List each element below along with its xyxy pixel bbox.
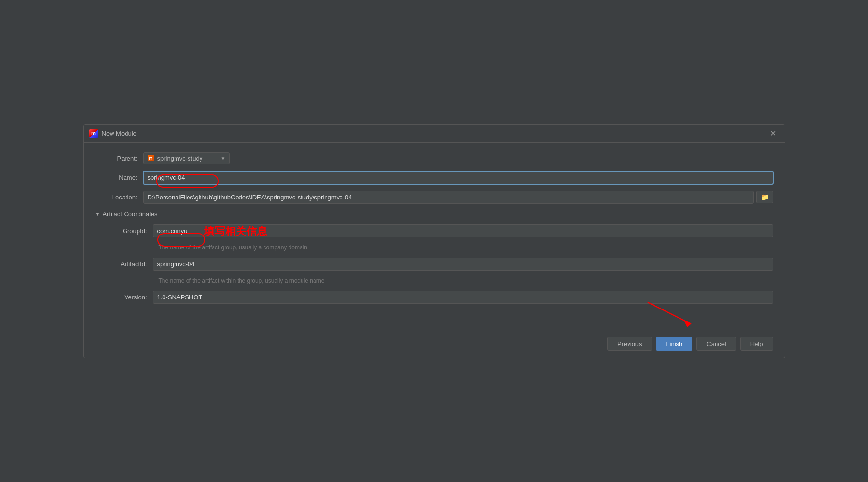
footer: Previous Finish Cancel Help bbox=[84, 330, 785, 358]
name-input[interactable] bbox=[143, 171, 773, 184]
version-input[interactable] bbox=[153, 291, 773, 304]
artifactid-row: ArtifactId: bbox=[105, 258, 773, 271]
groupid-label: GroupId: bbox=[105, 227, 153, 235]
browse-button[interactable]: 📁 bbox=[756, 191, 773, 203]
location-input[interactable] bbox=[143, 191, 754, 204]
artifactid-label: ArtifactId: bbox=[105, 260, 153, 268]
name-label: Name: bbox=[95, 174, 143, 181]
parent-label: Parent: bbox=[95, 155, 143, 162]
artifactid-input[interactable] bbox=[153, 258, 773, 271]
app-icon: m bbox=[89, 129, 98, 138]
previous-button[interactable]: Previous bbox=[607, 337, 652, 351]
finish-button[interactable]: Finish bbox=[656, 337, 693, 351]
location-row: Location: 📁 bbox=[95, 191, 773, 204]
svg-marker-1 bbox=[684, 321, 691, 327]
groupid-input[interactable] bbox=[153, 224, 773, 237]
help-button[interactable]: Help bbox=[740, 337, 773, 351]
close-button[interactable]: ✕ bbox=[767, 129, 779, 138]
location-label: Location: bbox=[95, 194, 143, 201]
dialog-title: New Module bbox=[102, 130, 137, 137]
artifact-section-content: GroupId: The name of the artifact group,… bbox=[95, 224, 773, 304]
groupid-row: GroupId: bbox=[105, 224, 773, 237]
title-bar: m New Module ✕ bbox=[84, 125, 785, 143]
parent-value: springmvc-study bbox=[157, 155, 203, 162]
collapse-arrow-icon: ▼ bbox=[95, 211, 100, 217]
artifactid-hint: The name of the artifact within the grou… bbox=[153, 277, 773, 284]
artifact-section-header[interactable]: ▼ Artifact Coordinates bbox=[95, 210, 773, 218]
artifact-section-label: Artifact Coordinates bbox=[102, 210, 157, 218]
name-row: Name: bbox=[95, 171, 773, 184]
maven-icon: m bbox=[148, 155, 154, 161]
parent-dropdown[interactable]: m springmvc-study ▼ bbox=[143, 152, 230, 164]
parent-row: Parent: m springmvc-study ▼ bbox=[95, 152, 773, 164]
chevron-down-icon: ▼ bbox=[221, 156, 226, 161]
groupid-hint: The name of the artifact group, usually … bbox=[153, 244, 773, 251]
version-row: Version: bbox=[105, 291, 773, 304]
cancel-button[interactable]: Cancel bbox=[696, 337, 736, 351]
version-label: Version: bbox=[105, 294, 153, 301]
